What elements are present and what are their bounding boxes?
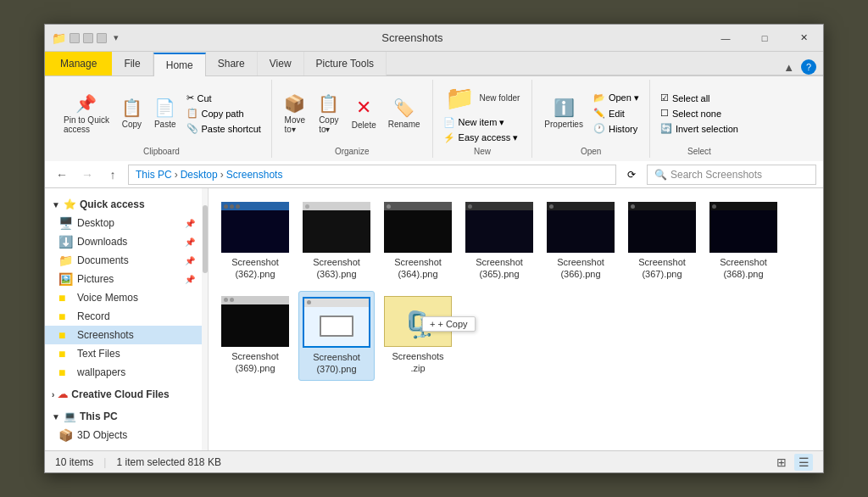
sidebar-item-downloads[interactable]: ⬇️ Downloads 📌 [45, 232, 202, 251]
file-item-366[interactable]: Screenshot (366).png [542, 197, 619, 286]
paste-shortcut-icon: 📎 [186, 123, 198, 134]
path-part-pc[interactable]: This PC [136, 169, 172, 181]
tab-share[interactable]: Share [206, 52, 258, 75]
tab-view[interactable]: View [258, 52, 304, 75]
sidebar-item-desktop[interactable]: 🖥️ Desktop 📌 [45, 214, 202, 232]
file-item-363[interactable]: Screenshot (363).png [298, 197, 375, 286]
file-item-367[interactable]: Screenshot (367).png [624, 197, 700, 286]
properties-button[interactable]: ℹ️ Properties [539, 95, 588, 131]
file-item-368[interactable]: Screenshot (368).png [705, 197, 782, 286]
file-pane: Screenshot (362).png Screenshot (363).pn… [209, 188, 823, 450]
quick-access-icon: ⭐ [64, 198, 76, 210]
sidebar-section-creative-cloud[interactable]: › ☁ Creative Cloud Files [45, 385, 202, 404]
grid-view-button[interactable]: ⊞ [772, 454, 791, 471]
minimize-button[interactable]: — [706, 25, 745, 52]
sidebar-scrollbar[interactable] [202, 188, 209, 450]
ribbon-collapse-icon[interactable]: ▲ [783, 61, 794, 74]
path-part-desktop[interactable]: Desktop [181, 169, 218, 181]
organize-buttons: 📦 Moveto▾ 📋 Copyto▾ ✕ Delete 🏷️ Rename [279, 81, 426, 145]
history-button[interactable]: 🕐 History [590, 121, 643, 136]
new-item-button[interactable]: 📄 New item ▾ [440, 115, 509, 130]
sidebar-item-voice-memos[interactable]: ■ Voice Memos [45, 288, 202, 307]
ribbon-group-clipboard: 📌 Pin to Quickaccess 📋 Copy 📄 Paste [52, 80, 272, 158]
file-item-369[interactable]: Screenshot (369).png [217, 291, 293, 382]
delete-button[interactable]: ✕ Delete [347, 94, 381, 132]
sidebar-section-this-pc[interactable]: ▼ 💻 This PC [45, 407, 202, 426]
new-item-icon: 📄 [443, 117, 455, 128]
refresh-button[interactable]: ⟳ [621, 165, 642, 185]
tab-manage[interactable]: Manage [45, 52, 112, 75]
ribbon-group-new: 📁 New folder 📄 New item ▾ ⚡ Easy access … [433, 80, 533, 158]
address-path[interactable]: This PC › Desktop › Screenshots [128, 165, 616, 185]
forward-button[interactable]: → [77, 165, 97, 185]
tab-file[interactable]: File [112, 52, 153, 75]
back-button[interactable]: ← [52, 165, 72, 185]
scrollbar-thumb[interactable] [203, 205, 208, 273]
paste-button[interactable]: 📄 Paste [149, 95, 181, 131]
documents-label: Documents [77, 254, 129, 266]
list-view-button[interactable]: ☰ [794, 454, 813, 471]
file-item-365[interactable]: Screenshot (365).png [461, 197, 537, 286]
tab-picture-tools[interactable]: Picture Tools [304, 52, 387, 75]
copy-path-button[interactable]: 📋 Copy path [183, 106, 264, 120]
copy-path-icon: 📋 [186, 108, 198, 119]
creative-cloud-label: Creative Cloud Files [71, 388, 169, 400]
file-item-362[interactable]: Screenshot (362).png [217, 197, 293, 286]
desktop-icon: 🖥️ [58, 216, 72, 230]
file-thumbnail-368 [709, 202, 777, 253]
paste-icon: 📄 [154, 98, 175, 118]
title-btn-1[interactable] [70, 33, 80, 43]
file-item-370[interactable]: Screenshot (370).png [298, 291, 375, 382]
sidebar-item-screenshots[interactable]: ■ Screenshots [45, 326, 202, 344]
window-controls: — □ ✕ [706, 25, 823, 52]
file-name-zip: Screenshots .zip [385, 350, 451, 375]
select-none-icon: ☐ [660, 108, 669, 119]
address-bar: ← → ↑ This PC › Desktop › Screenshots ⟳ … [45, 161, 823, 188]
easy-access-button[interactable]: ⚡ Easy access ▾ [440, 131, 522, 145]
title-btn-2[interactable] [83, 33, 93, 43]
file-name-368: Screenshot (368).png [710, 256, 776, 281]
sidebar-item-wallpapers[interactable]: ■ wallpapers [45, 363, 202, 382]
search-bar[interactable]: 🔍 Search Screenshots [647, 165, 816, 185]
maximize-button[interactable]: □ [745, 25, 784, 52]
title-btn-3[interactable] [97, 33, 107, 43]
select-none-button[interactable]: ☐ Select none [657, 106, 742, 120]
chevron-down-icon-pc: ▼ [52, 412, 60, 422]
path-part-screenshots[interactable]: Screenshots [226, 169, 283, 181]
pin-to-quick-access-button[interactable]: 📌 Pin to Quickaccess [58, 91, 114, 137]
new-folder-button[interactable]: 📁 New folder [440, 81, 526, 114]
invert-selection-button[interactable]: 🔄 Invert selection [657, 121, 742, 136]
ribbon-group-open: ℹ️ Properties 📂 Open ▾ ✏️ Edit 🕐 History [532, 80, 650, 158]
new-folder-icon: 📁 [445, 84, 475, 112]
plus-icon: + [430, 319, 435, 329]
easy-access-icon: ⚡ [443, 132, 455, 143]
pin-icon-desktop: 📌 [185, 219, 195, 228]
open-button[interactable]: 📂 Open ▾ [590, 91, 643, 105]
file-thumbnail-366 [547, 202, 615, 253]
close-button[interactable]: ✕ [784, 25, 823, 52]
sidebar-item-documents[interactable]: 📁 Documents 📌 [45, 251, 202, 270]
rename-button[interactable]: 🏷️ Rename [383, 95, 426, 131]
organize-label: Organize [279, 147, 426, 156]
paste-shortcut-button[interactable]: 📎 Paste shortcut [183, 121, 264, 136]
pin-icon-documents: 📌 [185, 256, 195, 265]
move-to-button[interactable]: 📦 Moveto▾ [279, 91, 311, 137]
open-sub-group: 📂 Open ▾ ✏️ Edit 🕐 History [590, 91, 643, 136]
sidebar-item-record[interactable]: ■ Record [45, 307, 202, 326]
select-all-button[interactable]: ☑ Select all [657, 91, 742, 105]
pin-icon-downloads: 📌 [185, 237, 195, 247]
file-item-zip[interactable]: 🗜️ Screenshots .zip + + Copy [380, 291, 456, 382]
sidebar-section-quick-access[interactable]: ▼ ⭐ Quick access [45, 195, 202, 214]
tab-home[interactable]: Home [153, 53, 206, 76]
sidebar-item-3d-objects[interactable]: 📦 3D Objects [45, 426, 202, 444]
cut-button[interactable]: ✂ Cut [183, 91, 264, 105]
copy-to-button[interactable]: 📋 Copyto▾ [313, 91, 345, 137]
sidebar-item-pictures[interactable]: 🖼️ Pictures 📌 [45, 270, 202, 288]
file-item-364[interactable]: Screenshot (364).png [380, 197, 456, 286]
help-icon[interactable]: ? [801, 59, 816, 75]
view-controls: ⊞ ☰ [772, 454, 813, 471]
sidebar-item-text-files[interactable]: ■ Text Files [45, 344, 202, 363]
edit-button[interactable]: ✏️ Edit [590, 106, 643, 120]
up-button[interactable]: ↑ [103, 165, 123, 185]
copy-button[interactable]: 📋 Copy [116, 95, 147, 131]
